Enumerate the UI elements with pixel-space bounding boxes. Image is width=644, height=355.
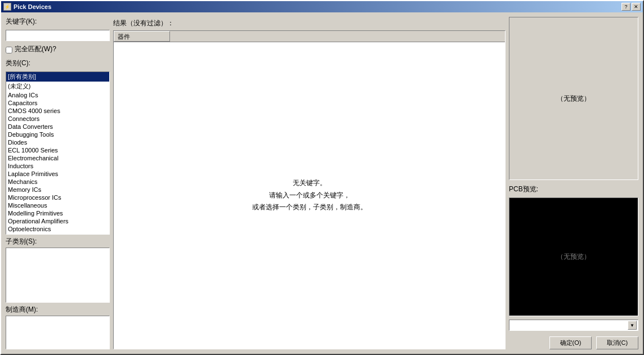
manufacturer-list[interactable] (6, 316, 110, 349)
subcategory-list[interactable] (6, 248, 110, 303)
no-keyword-line3: 或者选择一个类别，子类别，制造商。 (252, 201, 367, 214)
pcb-preview-label: PCB预览: (509, 185, 638, 194)
close-button[interactable]: ✕ (632, 3, 641, 11)
table-header: 器件 (114, 31, 505, 42)
middle-panel: 结果（没有过滤）： 器件 无关键字。 请输入一个或多个关键字， 或者选择一个类别… (113, 17, 506, 349)
list-item[interactable]: Mechanics (6, 178, 109, 186)
table-body: 无关键字。 请输入一个或多个关键字， 或者选择一个类别，子类别，制造商。 (114, 42, 505, 349)
right-panel: （无预览） PCB预览: （无预览） ▼ 确定(O) 取消(C) (509, 17, 638, 349)
preview-label: （无预览） (557, 94, 591, 104)
dropdown-arrow-icon[interactable]: ▼ (628, 321, 637, 330)
component-preview: （无预览） (509, 17, 638, 180)
confirm-button[interactable]: 确定(O) (549, 336, 592, 349)
device-column-header: 器件 (114, 31, 170, 42)
titlebar-buttons: ? ✕ (621, 3, 641, 11)
titlebar: ⚡ Pick Devices ? ✕ (1, 1, 643, 12)
list-item[interactable]: Inductors (6, 162, 109, 170)
list-item[interactable]: Optoelectronics (6, 225, 109, 233)
exact-match-label: 完全匹配(W)? (15, 44, 56, 54)
titlebar-left: ⚡ Pick Devices (3, 3, 51, 11)
list-item[interactable]: Analog ICs (6, 91, 109, 99)
list-item[interactable]: Capacitors (6, 99, 109, 107)
manufacturer-label: 制造商(M): (6, 305, 110, 314)
list-item[interactable]: Connectors (6, 115, 109, 123)
pcb-model-dropdown[interactable]: ▼ (509, 320, 638, 331)
no-keyword-line2: 请输入一个或多个关键字， (252, 190, 367, 202)
list-item[interactable]: Modelling Primitives (6, 209, 109, 217)
list-item[interactable]: CMOS 4000 series (6, 107, 109, 115)
subcategory-label: 子类别(S): (6, 237, 110, 246)
content-area: 关键字(K): 完全匹配(W)? 类别(C): [所有类别](未定义)Analo… (1, 12, 643, 354)
list-item[interactable]: Miscellaneous (6, 201, 109, 209)
window-title: Pick Devices (14, 3, 51, 10)
exact-match-row: 完全匹配(W)? (6, 44, 110, 55)
help-button[interactable]: ? (621, 3, 630, 11)
pcb-no-preview-label: （无预览） (557, 252, 591, 262)
subcategories-section: 子类别(S): (6, 237, 110, 303)
list-item[interactable]: Laplace Primitives (6, 170, 109, 178)
list-item[interactable]: Microprocessor ICs (6, 194, 109, 201)
list-item[interactable]: Electromechanical (6, 154, 109, 162)
keyword-input[interactable] (6, 30, 110, 41)
results-header: 结果（没有过滤）： (113, 17, 506, 29)
list-item[interactable]: Memory ICs (6, 186, 109, 194)
category-label: 类别(C): (6, 59, 110, 68)
pcb-preview: （无预览） (509, 197, 638, 316)
left-panel: 关键字(K): 完全匹配(W)? 类别(C): [所有类别](未定义)Analo… (6, 17, 110, 349)
action-buttons: 确定(O) 取消(C) (509, 336, 638, 349)
keyword-label: 关键字(K): (6, 17, 110, 26)
list-item[interactable]: ECL 10000 Series (6, 146, 109, 154)
category-list[interactable]: [所有类别](未定义)Analog ICsCapacitorsCMOS 4000… (6, 71, 110, 235)
results-label: 结果（没有过滤）： (113, 19, 174, 28)
list-item[interactable]: (未定义) (6, 82, 109, 91)
cancel-button[interactable]: 取消(C) (596, 336, 638, 349)
list-item[interactable]: PiCAxE (6, 233, 109, 235)
results-table: 器件 无关键字。 请输入一个或多个关键字， 或者选择一个类别，子类别，制造商。 (113, 30, 506, 349)
no-keyword-message: 无关键字。 请输入一个或多个关键字， 或者选择一个类别，子类别，制造商。 (252, 177, 367, 214)
no-keyword-line1: 无关键字。 (252, 177, 367, 190)
list-item[interactable]: Data Converters (6, 123, 109, 131)
list-item[interactable]: Diodes (6, 138, 109, 146)
list-item[interactable]: Operational Amplifiers (6, 217, 109, 225)
main-window: ⚡ Pick Devices ? ✕ 关键字(K): 完全匹配(W)? 类别(C… (0, 0, 644, 355)
list-item[interactable]: Debugging Tools (6, 131, 109, 138)
manufacturers-section: 制造商(M): (6, 305, 110, 349)
list-item[interactable]: [所有类别] (6, 72, 109, 82)
window-icon: ⚡ (3, 3, 11, 11)
exact-match-checkbox[interactable] (6, 47, 12, 53)
